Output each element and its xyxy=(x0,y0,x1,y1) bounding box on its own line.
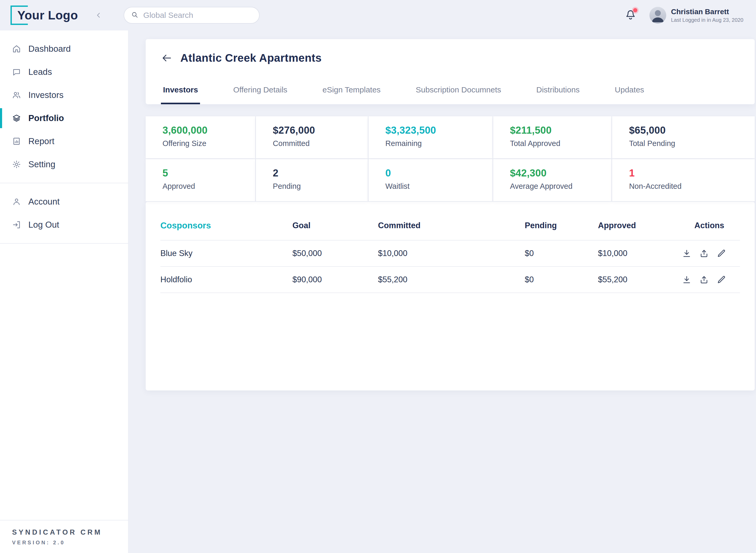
sidebar-item-setting[interactable]: Setting xyxy=(0,153,128,176)
back-arrow-icon xyxy=(161,52,172,64)
sidebar-item-dashboard[interactable]: Dashboard xyxy=(0,37,128,60)
back-button[interactable] xyxy=(161,52,172,64)
topbar: Your Logo Christian Barrett Last Logged … xyxy=(0,0,756,30)
stat-label: Remaining xyxy=(385,139,492,148)
table-row: Holdfolio $90,000 $55,200 $0 $55,200 xyxy=(160,267,740,293)
chevron-left-icon xyxy=(94,11,103,20)
cosponsors-title: Cosponsors xyxy=(160,221,292,231)
sidebar-item-label: Setting xyxy=(28,159,56,169)
tab-bar: Investors Offering Details eSign Templat… xyxy=(146,80,755,104)
user-meta[interactable]: Christian Barrett Last Logged in in Aug … xyxy=(671,7,743,23)
tab-offering-details[interactable]: Offering Details xyxy=(231,80,289,104)
sidebar-item-label: Dashboard xyxy=(28,44,71,54)
tab-subscription-documents[interactable]: Subscription Documnets xyxy=(414,80,503,104)
tab-updates[interactable]: Updates xyxy=(613,80,646,104)
cosponsor-committed: $55,200 xyxy=(378,275,525,285)
tab-distributions[interactable]: Distributions xyxy=(534,80,582,104)
search-icon xyxy=(131,11,139,19)
global-search[interactable] xyxy=(123,7,260,24)
cosponsors-header-row: Cosponsors Goal Committed Pending Approv… xyxy=(160,211,740,241)
column-header-pending: Pending xyxy=(525,221,598,230)
notification-dot xyxy=(633,8,637,12)
user-last-login: Last Logged in in Aug 23, 2020 xyxy=(671,17,743,23)
column-header-goal: Goal xyxy=(292,221,378,230)
search-input[interactable] xyxy=(143,11,252,20)
sidebar-item-leads[interactable]: Leads xyxy=(0,60,128,83)
cosponsor-goal: $50,000 xyxy=(292,249,378,258)
stat-value: $3,323,500 xyxy=(385,125,492,136)
stat-label: Pending xyxy=(273,182,368,190)
download-icon[interactable] xyxy=(682,248,692,258)
avatar[interactable] xyxy=(650,7,666,24)
avatar-person-icon xyxy=(650,7,666,24)
stat-label: Total Pending xyxy=(629,139,755,148)
sidebar-item-portfolio[interactable]: Portfolio xyxy=(0,106,128,130)
logo-bracket xyxy=(10,5,28,25)
sidebar-collapse-button[interactable] xyxy=(94,11,103,20)
app-logo[interactable]: Your Logo xyxy=(10,5,78,25)
cosponsor-approved: $10,000 xyxy=(598,249,682,258)
stat-average-approved: $42,300 Average Approved xyxy=(493,159,612,201)
stat-value: $276,000 xyxy=(273,125,368,136)
tab-esign-templates[interactable]: eSign Templates xyxy=(321,80,383,104)
stat-value: 1 xyxy=(629,167,755,179)
sidebar-item-label: Log Out xyxy=(28,220,59,230)
stat-label: Approved xyxy=(163,182,255,190)
stat-non-accredited: 1 Non-Accredited xyxy=(612,159,755,201)
main-content: Atlantic Creek Apartments Investors Offe… xyxy=(128,30,756,553)
setting-icon xyxy=(12,160,21,169)
cosponsor-committed: $10,000 xyxy=(378,249,525,258)
leads-icon xyxy=(12,68,21,76)
sidebar-item-investors[interactable]: Investors xyxy=(0,83,128,106)
sidebar-item-account[interactable]: Account xyxy=(0,190,128,213)
cosponsor-pending: $0 xyxy=(525,275,598,285)
stat-value: 5 xyxy=(163,167,255,179)
stat-total-pending: $65,000 Total Pending xyxy=(612,116,755,158)
sidebar-item-report[interactable]: Report xyxy=(0,130,128,153)
cosponsor-goal: $90,000 xyxy=(292,275,378,285)
stat-value: 2 xyxy=(273,167,368,179)
stat-pending-count: 2 Pending xyxy=(256,159,368,201)
investors-icon xyxy=(12,91,21,99)
column-header-committed: Committed xyxy=(378,221,525,230)
sidebar-divider xyxy=(0,243,128,244)
cosponsor-pending: $0 xyxy=(525,249,598,258)
topbar-right: Christian Barrett Last Logged in in Aug … xyxy=(625,7,743,24)
edit-icon[interactable] xyxy=(717,275,726,285)
stat-label: Waitlist xyxy=(385,182,492,190)
sidebar-divider xyxy=(0,183,128,183)
edit-icon[interactable] xyxy=(717,248,726,258)
stat-value: 0 xyxy=(385,167,492,179)
stat-total-approved: $211,500 Total Approved xyxy=(493,116,612,158)
cosponsor-name: Blue Sky xyxy=(160,249,292,258)
cosponsors-card: Cosponsors Goal Committed Pending Approv… xyxy=(146,202,755,390)
report-icon xyxy=(12,137,21,146)
sidebar-item-label: Account xyxy=(28,197,60,207)
stat-value: 3,600,000 xyxy=(163,125,255,136)
portfolio-icon xyxy=(12,114,21,123)
app-version: VERSION: 2.0 xyxy=(12,540,128,546)
logout-icon xyxy=(12,220,21,229)
stat-value: $42,300 xyxy=(510,167,612,179)
export-icon[interactable] xyxy=(699,275,709,285)
stat-waitlist-count: 0 Waitlist xyxy=(368,159,492,201)
export-icon[interactable] xyxy=(699,248,709,258)
stat-approved-count: 5 Approved xyxy=(146,159,255,201)
sidebar-item-label: Leads xyxy=(28,67,52,77)
stat-label: Offering Size xyxy=(163,139,255,148)
stat-remaining: $3,323,500 Remaining xyxy=(368,116,492,158)
notifications-button[interactable] xyxy=(625,9,636,21)
column-header-actions: Actions xyxy=(682,221,740,230)
home-icon xyxy=(12,45,21,53)
sidebar-item-logout[interactable]: Log Out xyxy=(0,213,128,236)
stat-label: Committed xyxy=(273,139,368,148)
stat-value: $211,500 xyxy=(510,125,612,136)
stat-committed: $276,000 Committed xyxy=(256,116,368,158)
download-icon[interactable] xyxy=(682,275,692,285)
sidebar-footer: SYNDICATOR CRM VERSION: 2.0 xyxy=(0,520,128,553)
stats-grid: 3,600,000 Offering Size $276,000 Committ… xyxy=(146,116,755,201)
stat-label: Total Approved xyxy=(510,139,612,148)
tab-investors[interactable]: Investors xyxy=(161,80,200,104)
column-header-approved: Approved xyxy=(598,221,682,230)
cosponsor-name: Holdfolio xyxy=(160,275,292,285)
